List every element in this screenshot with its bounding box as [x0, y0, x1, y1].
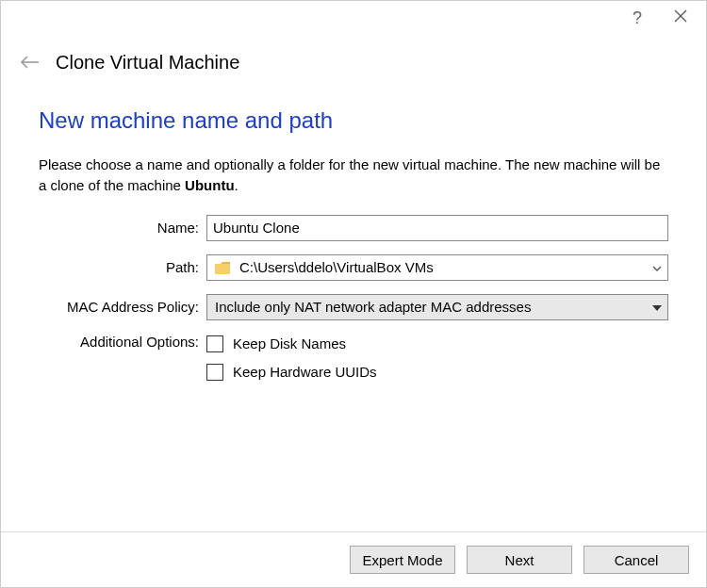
cancel-button[interactable]: Cancel	[584, 546, 689, 574]
keep-disk-checkbox[interactable]	[206, 335, 223, 352]
svg-rect-3	[215, 264, 230, 274]
keep-disk-option: Keep Disk Names	[206, 335, 668, 352]
expert-mode-button[interactable]: Expert Mode	[350, 546, 455, 574]
wizard-title: Clone Virtual Machine	[56, 52, 239, 74]
titlebar: ?	[1, 1, 706, 44]
page-heading: New machine name and path	[39, 107, 668, 134]
folder-icon	[215, 261, 230, 273]
svg-marker-4	[652, 305, 662, 311]
intro-suffix: .	[235, 177, 238, 193]
back-button[interactable]	[20, 52, 41, 74]
chevron-down-icon	[652, 261, 662, 274]
keep-uuid-checkbox[interactable]	[206, 364, 223, 381]
keep-disk-label: Keep Disk Names	[233, 335, 346, 351]
keep-uuid-option: Keep Hardware UUIDs	[206, 364, 668, 381]
name-label: Name:	[39, 220, 206, 236]
wizard-footer: Expert Mode Next Cancel	[1, 531, 706, 587]
intro-machine-name: Ubuntu	[185, 177, 234, 193]
help-button[interactable]: ?	[616, 1, 659, 35]
clone-vm-dialog: ? Clone Virtual Machine New machine name…	[0, 0, 707, 588]
path-selector[interactable]: C:\Users\ddelo\VirtualBox VMs	[206, 254, 668, 281]
arrow-left-icon	[20, 56, 41, 69]
name-input[interactable]	[206, 215, 668, 241]
wizard-content: New machine name and path Please choose …	[1, 89, 706, 405]
options-label: Additional Options:	[39, 334, 206, 350]
mac-label: MAC Address Policy:	[39, 299, 206, 315]
mac-row: MAC Address Policy: Include only NAT net…	[39, 294, 668, 320]
mac-value: Include only NAT network adapter MAC add…	[215, 299, 647, 315]
options-row: Additional Options: Keep Disk Names Keep…	[39, 334, 668, 392]
mac-policy-selector[interactable]: Include only NAT network adapter MAC add…	[206, 294, 668, 320]
next-button[interactable]: Next	[467, 546, 572, 574]
intro-prefix: Please choose a name and optionally a fo…	[39, 156, 660, 193]
intro-text: Please choose a name and optionally a fo…	[39, 155, 668, 196]
path-value: C:\Users\ddelo\VirtualBox VMs	[239, 259, 647, 275]
wizard-header: Clone Virtual Machine	[1, 44, 706, 89]
help-icon: ?	[633, 8, 642, 28]
close-button[interactable]	[659, 1, 702, 35]
path-label: Path:	[39, 259, 206, 275]
keep-uuid-label: Keep Hardware UUIDs	[233, 364, 377, 380]
name-row: Name:	[39, 215, 668, 241]
close-icon	[674, 9, 687, 26]
triangle-down-icon	[652, 301, 662, 314]
path-row: Path: C:\Users\ddelo\VirtualBox VMs	[39, 254, 668, 281]
